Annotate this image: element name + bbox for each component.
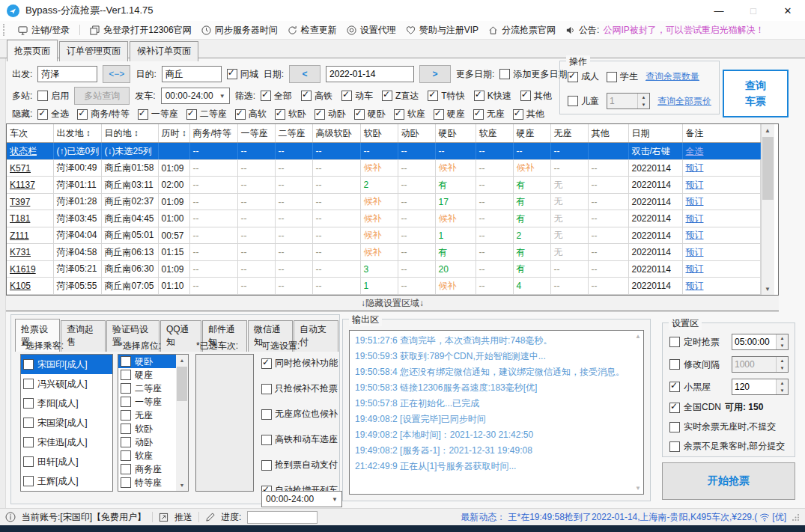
hide-row-option[interactable]: 其他 [513,108,544,120]
settings-tab[interactable]: 查询起售 [61,320,106,352]
list-item[interactable]: 宋佳迅[成人] [21,432,112,452]
column-header[interactable]: 备注 [682,124,760,143]
filter-row-option[interactable]: 其他 [520,90,552,103]
checkbox[interactable] [568,72,578,82]
close-button[interactable]: ✕ [771,0,805,21]
push-button[interactable]: 推送 [174,511,192,524]
scroll-down-icon[interactable]: ▼ [762,283,774,295]
hide-row-option[interactable]: 软卧 [275,108,306,120]
checkbox[interactable] [261,460,272,471]
query-tickets-button[interactable]: 查询 车票 [723,70,789,117]
list-item[interactable]: 商务座 [118,462,177,476]
checkbox[interactable] [301,91,312,101]
table-row[interactable]: K1619菏泽05:21商丘南06:3001:09--------3--20--… [7,260,760,278]
checkbox[interactable] [261,409,272,420]
table-row[interactable]: T397菏泽01:28商丘南02:3701:09--------候补--17--… [7,193,760,210]
checkbox[interactable] [121,437,131,447]
spin-up-icon[interactable]: ▲ [777,334,788,342]
hide-row-option[interactable]: 硬座 [434,108,465,120]
train-number-link[interactable]: K1619 [7,260,53,278]
optional-setting[interactable]: 高铁和动车选座 [261,433,336,446]
student-checkbox[interactable]: 学生 [607,70,638,83]
list-item[interactable]: 硬卧 [118,355,177,368]
filter-row-option[interactable]: K快速 [474,90,511,103]
scroll-thumb[interactable] [177,367,187,401]
checkbox[interactable] [434,109,444,120]
child-count-stepper[interactable]: ▲▼ [607,93,650,109]
train-number-link[interactable]: Z111 [7,227,53,244]
logout-login-button[interactable]: 注销/登录 [18,24,70,37]
checkbox[interactable] [474,91,484,101]
list-item[interactable]: 无座 [118,409,177,422]
list-item[interactable]: 软座 [118,449,177,462]
list-item[interactable]: 田轩[成人] [21,452,112,471]
hide-row-option[interactable]: 硬卧 [354,108,386,120]
train-number-link[interactable]: T181 [7,210,53,227]
settings-tab[interactable]: QQ通知 [160,320,201,352]
spin-down-icon[interactable]: ▼ [777,387,788,394]
checkbox[interactable] [121,424,131,434]
checkbox[interactable] [568,96,578,106]
checkbox[interactable] [261,435,272,445]
scroll-up-icon[interactable]: ▲ [176,355,188,366]
checkbox[interactable] [607,72,617,82]
book-link[interactable]: 预订 [682,278,760,295]
seat-list-scrollbar[interactable]: ▲ ▼ [176,354,189,492]
depart-input[interactable] [37,66,97,82]
proxy-settings-button[interactable]: 设置代理 [347,24,396,37]
adult-checkbox[interactable]: 成人 [568,70,599,83]
multi-query-button[interactable]: 多站查询 [74,87,130,105]
checkbox[interactable] [473,109,484,120]
depart-time-select[interactable]: 00:00-24:00▼ [161,88,230,104]
start-grab-button[interactable]: 开始抢票 [662,462,795,500]
list-item[interactable]: 冯兴硕[成人] [21,374,112,394]
date-input[interactable] [326,66,414,82]
checkbox[interactable] [121,397,131,407]
column-header[interactable]: 硬卧 [435,124,476,143]
interval-stepper[interactable]: ▲▼ [732,356,789,373]
table-scrollbar[interactable]: ▲ ▼ [761,124,774,295]
hide-row-option[interactable]: 高软 [235,108,267,120]
scroll-down-icon[interactable]: ▼ [176,480,188,491]
tab-grab-page[interactable]: 抢票页面 [7,40,58,61]
list-item[interactable]: 二等座 [118,382,177,395]
list-item[interactable]: 王辉[成人] [21,471,112,491]
optional-setting[interactable]: 同时抢候补功能 [261,357,336,370]
book-link[interactable]: 预订 [682,159,760,177]
book-link[interactable]: 预订 [682,260,760,278]
status-row[interactable]: 状态栏(↑)已选0列(↓)未选25列--------------------双击… [7,143,760,160]
checkbox[interactable] [382,91,392,101]
list-item[interactable]: 特等座 [118,476,177,489]
column-header[interactable]: 软卧 [360,124,398,143]
select-all-link[interactable]: 全选 [682,143,760,160]
vip-sponsor-button[interactable]: 赞助与注册VIP [406,24,479,37]
train-number-link[interactable]: K1137 [7,177,53,194]
checkbox[interactable] [669,382,680,392]
checkbox[interactable] [23,476,34,486]
child-checkbox[interactable]: 儿童 [568,95,599,108]
hide-row-option[interactable]: 商务/特等 [77,108,129,120]
checkbox[interactable] [235,109,246,120]
query-price-link[interactable]: 查询全部票价 [657,95,711,108]
passenger-listbox[interactable]: 宋国印[成人]冯兴硕[成人]李阳[成人]宋国梁[成人]宋佳迅[成人]田轩[成人]… [20,354,113,492]
checkbox[interactable] [520,91,531,101]
checkbox[interactable] [23,379,34,389]
table-row[interactable]: T181菏泽03:45商丘南04:4501:00--------候补--候补--… [7,210,760,227]
check-update-button[interactable]: 检查更新 [288,24,337,37]
column-header[interactable]: 历时 ↕ [158,124,189,143]
checkbox[interactable] [121,383,131,394]
query-remaining-link[interactable]: 查询余票数量 [645,70,699,83]
checkbox[interactable] [23,398,34,409]
hide-row-option[interactable]: 一等座 [138,108,178,120]
open-12306-button[interactable]: 免登录打开12306官网 [90,24,191,37]
seat-listbox[interactable]: 硬卧硬座二等座一等座无座软卧动卧软座商务座特等座 [118,354,177,492]
column-header[interactable]: 日期 [628,124,682,143]
column-header[interactable]: 出发地 ↕ [53,124,101,143]
table-row[interactable]: K1137菏泽01:11商丘南03:1102:00--------2--有--有… [7,177,760,194]
checkbox[interactable] [513,109,523,120]
column-header[interactable]: 无座 [550,124,588,143]
hidden-settings-divider[interactable]: ↓隐藏设置区域↓ [6,296,779,312]
filter-row-option[interactable]: Z直达 [382,90,419,103]
book-link[interactable]: 预订 [682,227,760,244]
checkbox[interactable] [261,91,271,101]
